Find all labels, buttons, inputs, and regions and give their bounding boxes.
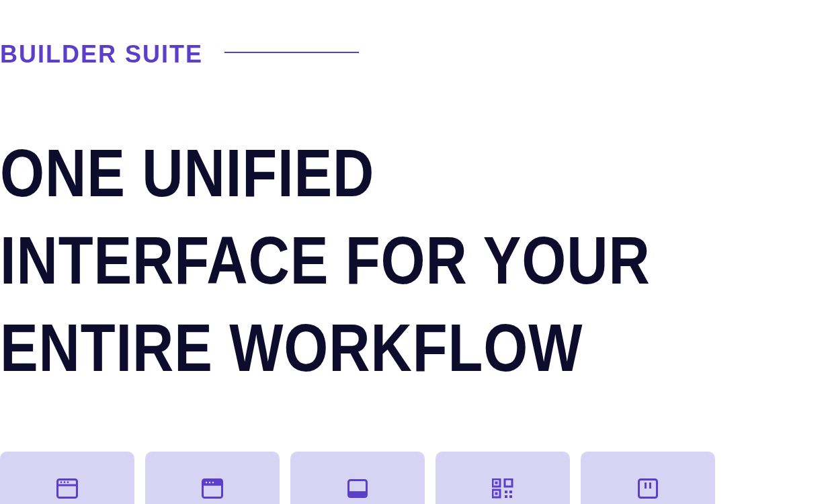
cards-row: PAGES HEADERS FOOTERS [0,452,828,504]
eyebrow-section: BUILDER SUITE [0,40,828,69]
card-headers[interactable]: HEADERS [145,452,280,504]
card-archives[interactable]: ARCHIVES [436,452,570,504]
svg-point-8 [206,481,208,483]
svg-rect-7 [203,483,222,486]
svg-rect-16 [505,479,512,487]
svg-rect-22 [509,495,512,498]
single-panel-icon [637,478,659,499]
footer-bar-icon [347,478,368,499]
card-singles[interactable]: SINGLES [581,452,715,504]
svg-rect-18 [495,492,498,495]
svg-rect-21 [505,495,507,498]
svg-point-3 [64,481,66,483]
svg-point-2 [60,481,63,483]
svg-point-9 [209,481,211,483]
svg-rect-23 [639,479,657,497]
card-footers[interactable]: FOOTERS [290,452,425,504]
eyebrow-label: BUILDER SUITE [0,40,203,69]
card-pages[interactable]: PAGES [0,452,134,504]
header-bar-icon [202,478,223,499]
eyebrow-divider [224,52,359,53]
svg-rect-19 [505,491,507,493]
svg-rect-25 [649,482,651,489]
svg-rect-24 [645,482,647,489]
svg-rect-13 [349,491,367,494]
window-icon [56,478,78,499]
svg-rect-20 [509,491,512,493]
svg-rect-15 [495,481,498,484]
svg-point-4 [67,481,69,483]
svg-point-10 [212,481,214,483]
hero-title: ONE UNIFIED INTERFACE FOR YOUR ENTIRE WO… [0,129,686,391]
grid-icon [492,478,513,499]
